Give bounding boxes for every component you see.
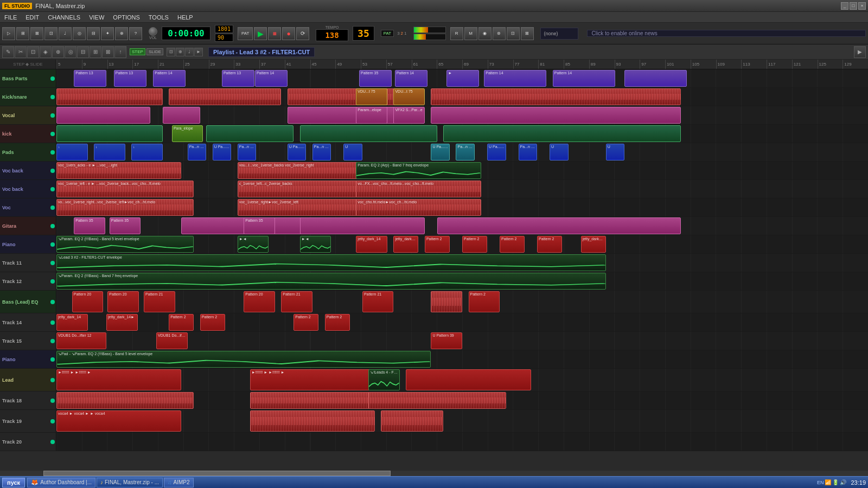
track-content-vocal[interactable]: Param...elopeVFX2 S...Par...e	[56, 106, 868, 124]
clip-bass-parts-0[interactable]: Pattern 13	[74, 70, 106, 87]
clip-pads-3[interactable]: Pa...n 6 U	[188, 144, 207, 160]
track-content-kick2[interactable]: Para_elope	[56, 125, 868, 143]
clip-piano-2[interactable]: ►◄	[300, 236, 331, 253]
track-label-track19[interactable]: Track 19	[0, 410, 56, 432]
clip-voc-back-1-2[interactable]: Param. EQ 2 (Arp) - Band 7 freq envelope	[356, 162, 481, 179]
toolbar-icon-6[interactable]: ◎	[73, 27, 86, 40]
mixer-btn-5[interactable]: ⊡	[507, 27, 520, 40]
clip-track18-2[interactable]	[368, 392, 506, 409]
track-label-bass-parts[interactable]: Bass Parts	[0, 69, 56, 87]
track-content-kick-snare[interactable]: VDU...t 75VDU...t 75	[56, 88, 868, 106]
clip-voc-back-1-1[interactable]: vou...l...voc_1verse_backs voc_2verse_ri…	[238, 162, 375, 179]
channel-selector[interactable]: (none)	[544, 31, 558, 36]
toolbar-icon-10[interactable]: ?	[129, 27, 142, 40]
clip-piano-6[interactable]: Pattern 2	[462, 236, 487, 253]
track-label-track14[interactable]: Track 14	[0, 313, 56, 331]
clip-voc-1[interactable]: voc_1verse_right►voc_2verse_left	[238, 199, 375, 216]
clip-track15-1[interactable]: VDUB1 Do...ifter 1►	[156, 332, 188, 349]
clip-bass-parts-1[interactable]: Pattern 13	[114, 70, 146, 87]
clip-pads-1[interactable]: ↓	[94, 144, 125, 160]
taskbar-aimp2[interactable]: ♫ AIMP2	[164, 478, 194, 487]
scrollbar-thumb[interactable]	[43, 471, 391, 476]
start-button[interactable]: пуск	[2, 478, 25, 487]
playlist-scroll-right[interactable]: ▶	[854, 46, 866, 58]
small-tool-3[interactable]: ♩	[185, 48, 194, 56]
small-tool-1[interactable]: ⊡	[167, 48, 175, 56]
clip-gitara-3[interactable]: Pattern 35	[244, 217, 275, 234]
clip-pads-10[interactable]: Pa...n 3 U	[456, 144, 475, 160]
master-volume-knob[interactable]	[149, 27, 157, 36]
clip-bass-lead-eq-3[interactable]: Pattern 20	[244, 291, 275, 312]
mute-button-track19[interactable]	[50, 419, 55, 423]
clip-voc-back-2-0[interactable]: voc_1verse_left - e ► ...voc_2verse_back…	[56, 181, 194, 197]
clip-bass-parts-10[interactable]	[624, 70, 687, 87]
track-content-track12[interactable]: ↘Param. EQ 2 (!!!Bass) - Band 7 freq env…	[56, 272, 868, 290]
clip-lead-2[interactable]: ↘!Leads 4 - FilterCtl Cutoff envelope	[368, 369, 400, 390]
clip-bass-parts-6[interactable]: Pattern 14	[395, 70, 427, 87]
mute-button-piano2[interactable]	[50, 357, 55, 362]
clip-kick2-4[interactable]	[443, 125, 680, 142]
record-button[interactable]: ●	[282, 27, 295, 40]
clip-piano-5[interactable]: Pattern 2	[425, 236, 450, 253]
tool-9[interactable]: ⊠	[102, 46, 114, 58]
mute-button-track11[interactable]	[50, 261, 55, 265]
track-label-pads[interactable]: Pads	[0, 143, 56, 161]
clip-track14-3[interactable]: Pattern 2	[200, 314, 225, 331]
track-label-piano[interactable]: Piano	[0, 235, 56, 253]
clip-track18-1[interactable]	[250, 392, 387, 409]
clip-pads-7[interactable]: Pa...n 6 U	[312, 144, 331, 160]
mixer-btn-2[interactable]: M	[464, 27, 477, 40]
track-content-track15[interactable]: VDUB1 Do...ifter 12VDUB1 Do...ifter 1►U …	[56, 332, 868, 350]
clip-gitara-5[interactable]	[437, 217, 681, 234]
clip-track14-1[interactable]: jetty_dark_14►	[106, 314, 138, 331]
clip-kick2-0[interactable]	[56, 125, 163, 142]
menu-edit[interactable]: EDIT	[23, 14, 41, 21]
clip-bass-lead-eq-8[interactable]	[431, 291, 462, 312]
step-button[interactable]: STEP	[130, 48, 145, 55]
clip-bass-lead-eq-5[interactable]: Pattern 21	[362, 291, 394, 312]
mute-button-bass-lead-eq[interactable]	[50, 300, 55, 304]
clip-track19-0[interactable]: voca4 ► voca4 ► ► voca4	[56, 410, 181, 432]
clip-vocal-4[interactable]: VFX2 S...Par...e	[393, 107, 425, 124]
clip-piano-3[interactable]: jetty_dark_14	[356, 236, 387, 253]
mute-button-kick-snare[interactable]	[50, 95, 55, 99]
clip-voc-back-2-1[interactable]: c_1verse_left...c_2verse_backs	[238, 181, 375, 197]
clip-bass-parts-3[interactable]: Pattern 13	[222, 70, 254, 87]
mute-button-track20[interactable]	[50, 440, 55, 444]
mixer-btn-3[interactable]: ◉	[478, 27, 492, 40]
clip-bass-lead-eq-1[interactable]: Pattern 20	[107, 291, 139, 312]
clip-track19-1[interactable]	[250, 410, 375, 432]
track-content-track18[interactable]	[56, 391, 868, 409]
mute-button-track18[interactable]	[50, 399, 55, 403]
clip-bass-parts-8[interactable]: Pattern 14	[484, 70, 546, 87]
toolbar-icon-5[interactable]: ♩	[59, 27, 72, 40]
mute-button-track12[interactable]	[50, 279, 55, 284]
track-content-track20[interactable]	[56, 433, 868, 451]
tool-6[interactable]: ◎	[65, 46, 76, 58]
clip-pads-12[interactable]: Pa...n 6 U	[519, 144, 538, 160]
clip-pads-14[interactable]: U	[606, 144, 625, 160]
clip-bass-lead-eq-4[interactable]: Pattern 21	[281, 291, 312, 312]
track-label-track15[interactable]: Track 15	[0, 332, 56, 350]
clip-voc-2[interactable]: voc_cho.ht.melo►voc_ch...ht.melo	[356, 199, 481, 216]
clip-bass-lead-eq-2[interactable]: Pattern 21	[144, 291, 175, 312]
clip-kick-snare-0[interactable]	[56, 88, 163, 105]
track-content-voc-back-2[interactable]: voc_1verse_left - e ► ...voc_2verse_back…	[56, 180, 868, 198]
track-content-track11[interactable]: ↘Lead 3 #2 - FILTER1-CUT envelope	[56, 254, 868, 272]
clip-track15-2[interactable]: U Pattern 39	[431, 332, 462, 349]
track-content-piano2[interactable]: ↘Pad - ↘Param. EQ 2 (!!!Bass) - Band 5 l…	[56, 350, 868, 368]
clip-piano-0[interactable]: ↘Param. EQ 2 (!!!Bass) - Band 5 level en…	[56, 236, 194, 253]
mute-button-voc[interactable]	[50, 206, 55, 210]
clip-pads-2[interactable]: ↓	[131, 144, 163, 160]
clip-bass-lead-eq-7[interactable]: Pattern 2	[469, 291, 500, 312]
toolbar-icon-2[interactable]: ⊞	[16, 27, 29, 40]
mixer-btn-4[interactable]: ⊛	[493, 27, 506, 40]
clip-track14-2[interactable]: Pattern 2	[169, 314, 194, 331]
menu-view[interactable]: VIEW	[87, 14, 106, 21]
menu-channels[interactable]: CHANNELS	[46, 14, 82, 21]
clip-piano-1[interactable]: ►◄	[238, 236, 269, 253]
track-content-piano[interactable]: ↘Param. EQ 2 (!!!Bass) - Band 5 level en…	[56, 235, 868, 253]
track-label-track18[interactable]: Track 18	[0, 391, 56, 409]
menu-file[interactable]: FILE	[2, 14, 19, 21]
track-label-voc-back-2[interactable]: Voc back	[0, 180, 56, 198]
